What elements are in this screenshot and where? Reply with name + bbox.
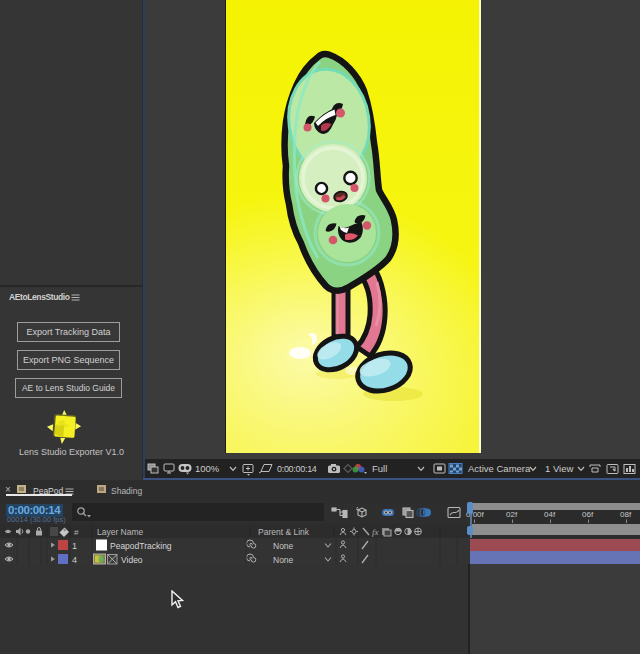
svg-text:0:00:00:14: 0:00:00:14 [277,464,317,474]
svg-text:PeapodTracking: PeapodTracking [110,541,172,551]
svg-text:None: None [273,541,294,551]
svg-text:Video: Video [121,554,143,564]
svg-text:1: 1 [72,541,77,551]
svg-text:1 View: 1 View [545,463,573,474]
svg-text:Layer Name: Layer Name [97,527,144,537]
svg-text:#: # [74,528,79,537]
svg-text:fx: fx [372,527,379,537]
svg-text:Parent & Link: Parent & Link [258,527,310,537]
svg-text:4: 4 [72,554,77,564]
svg-text:100%: 100% [195,463,220,474]
svg-text:Active Camera: Active Camera [468,463,531,474]
svg-text:Full: Full [372,463,387,474]
svg-text:None: None [273,554,294,564]
